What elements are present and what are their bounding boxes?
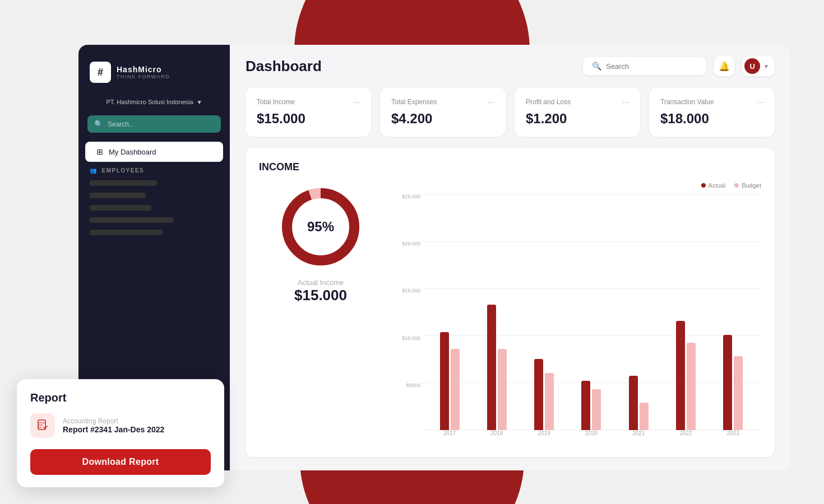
bar-group-2019 — [534, 359, 554, 430]
x-label-2018: 2018 — [490, 430, 503, 444]
stat-card-menu-icon[interactable]: ··· — [622, 97, 629, 106]
x-label-2021: 2021 — [632, 430, 645, 444]
donut-percent: 95% — [307, 219, 334, 234]
legend-budget: Budget — [734, 182, 761, 189]
stat-card-menu-icon[interactable]: ··· — [353, 97, 360, 106]
y-labels: $25.000 $20.000 $15.000 $10.000 $5000 — [399, 194, 420, 430]
sidebar-item-dashboard[interactable]: ⊞ My Dashboard — [85, 142, 223, 162]
report-card: Report Accounting Report Report #2341 Ja… — [17, 379, 224, 487]
bar-actual-2019 — [534, 359, 543, 430]
bar-actual-2023 — [723, 335, 732, 430]
stat-label: Profit and Loss — [526, 98, 571, 106]
stat-value: $15.000 — [257, 111, 360, 127]
y-label-5000: $5000 — [406, 383, 420, 388]
bar-chart: $25.000 $20.000 $15.000 $10.000 $5000 — [399, 194, 761, 444]
stats-row: Total Income ··· $15.000 Total Expenses … — [230, 87, 790, 148]
bar-actual-2022 — [676, 321, 685, 430]
logo-sub-text: THINK FORWARD — [117, 74, 170, 80]
donut-center: 95% — [307, 219, 334, 235]
sidebar-logo: # HashMicro THINK FORWARD — [78, 56, 230, 94]
stat-card-header: Transaction Value ··· — [660, 97, 763, 106]
income-body: 95% Actual Income $15.000 Actual — [259, 182, 761, 444]
stat-card-header: Total Income ··· — [257, 97, 360, 106]
user-avatar-button[interactable]: U ▼ — [742, 56, 775, 76]
chart-legend: Actual Budget — [399, 182, 761, 189]
bar-group-2022 — [676, 321, 696, 430]
x-label-2017: 2017 — [443, 430, 456, 444]
y-label-15000: $15.000 — [402, 288, 420, 293]
report-name: Report #2341 Jan-Des 2022 — [63, 425, 164, 434]
donut-chart: 95% — [276, 182, 365, 272]
sidebar-placeholder-1 — [90, 180, 157, 186]
report-item: Accounting Report Report #2341 Jan-Des 2… — [30, 413, 211, 438]
logo-main-text: HashMicro — [117, 65, 170, 74]
chevron-down-icon: ▼ — [763, 63, 769, 69]
logo-text: HashMicro THINK FORWARD — [117, 65, 170, 80]
sidebar-search-input[interactable] — [108, 120, 214, 128]
bar-budget-2021 — [640, 403, 649, 430]
stat-card-transaction-value: Transaction Value ··· $18.000 — [649, 87, 775, 137]
search-icon: 🔍 — [94, 120, 103, 128]
legend-budget-label: Budget — [742, 182, 761, 189]
report-file-icon — [30, 413, 55, 438]
avatar-initial: U — [749, 62, 754, 71]
legend-actual: Actual — [701, 182, 726, 189]
bar-budget-2019 — [545, 373, 554, 430]
section-label-text: EMPLOYEES — [102, 167, 145, 174]
y-label-20000: $20.000 — [402, 241, 420, 246]
bar-actual-2021 — [629, 376, 638, 430]
stat-card-menu-icon[interactable]: ··· — [488, 97, 494, 106]
company-name: PT. Hashmicro Solusi Indonesia — [106, 99, 193, 105]
dashboard-icon: ⊞ — [96, 147, 103, 156]
header-right: 🔍 🔔 U ▼ — [583, 56, 775, 76]
page-title: Dashboard — [246, 58, 322, 75]
stat-label: Total Expenses — [391, 98, 437, 106]
company-selector[interactable]: PT. Hashmicro Solusi Indonesia ▼ — [78, 94, 230, 110]
x-labels: 2017 2018 2019 2020 2021 2022 2023 — [422, 430, 761, 444]
bar-group-2017 — [440, 332, 460, 430]
sidebar-placeholder-3 — [90, 205, 151, 211]
logo-icon: # — [90, 62, 111, 83]
chevron-down-icon: ▼ — [197, 99, 202, 105]
y-label-25000: $25.000 — [402, 194, 420, 199]
sidebar-section-employees: 👥 EMPLOYEES — [78, 162, 230, 177]
x-label-2023: 2023 — [727, 430, 739, 444]
stat-card-header: Total Expenses ··· — [391, 97, 494, 106]
bar-group-2018 — [487, 305, 507, 430]
bar-budget-2017 — [451, 349, 460, 430]
stat-value: $1.200 — [526, 111, 629, 127]
download-report-button[interactable]: Download Report — [30, 449, 211, 475]
sidebar-placeholder-5 — [90, 230, 163, 235]
x-label-2020: 2020 — [585, 430, 598, 444]
stat-value: $4.200 — [391, 111, 494, 127]
stat-card-menu-icon[interactable]: ··· — [757, 97, 763, 106]
header: Dashboard 🔍 🔔 U ▼ — [230, 45, 790, 87]
notification-bell-button[interactable]: 🔔 — [714, 56, 734, 76]
sidebar-item-label: My Dashboard — [109, 148, 156, 156]
stat-label: Total Income — [257, 98, 295, 106]
stat-label: Transaction Value — [660, 98, 714, 106]
x-label-2019: 2019 — [538, 430, 550, 444]
stat-value: $18.000 — [660, 111, 763, 127]
actual-income-value: $15.000 — [294, 287, 347, 304]
stat-card-profit-loss: Profit and Loss ··· $1.200 — [515, 87, 640, 137]
y-label-10000: $10.000 — [402, 336, 420, 341]
search-bar[interactable]: 🔍 — [583, 57, 706, 75]
sidebar-placeholder-4 — [90, 217, 174, 223]
report-card-title: Report — [30, 391, 211, 404]
stat-card-total-expenses: Total Expenses ··· $4.200 — [380, 87, 506, 137]
search-input[interactable] — [606, 62, 697, 71]
bar-budget-2023 — [734, 356, 743, 430]
bars-area — [422, 194, 761, 430]
sidebar-placeholder-2 — [90, 193, 146, 198]
legend-actual-label: Actual — [709, 182, 726, 189]
bar-budget-2020 — [592, 389, 601, 430]
stat-card-header: Profit and Loss ··· — [526, 97, 629, 106]
bar-group-2021 — [629, 376, 649, 430]
stat-card-total-income: Total Income ··· $15.000 — [246, 87, 371, 137]
report-info: Accounting Report Report #2341 Jan-Des 2… — [63, 417, 164, 434]
sidebar-search[interactable]: 🔍 — [87, 115, 221, 133]
bar-actual-2020 — [581, 381, 590, 430]
income-title: INCOME — [259, 161, 761, 173]
avatar: U — [744, 58, 760, 74]
